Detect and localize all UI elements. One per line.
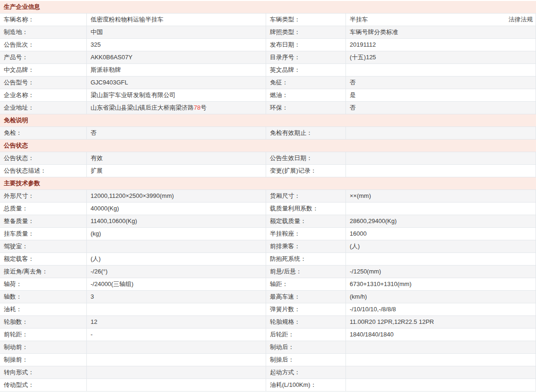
field-value: 325: [87, 39, 266, 51]
field-value: 否: [346, 77, 536, 89]
field-label: 额定载质量：: [266, 215, 346, 227]
field-label: 额定载客：: [0, 253, 87, 265]
table-row: 轮胎数：12轮胎规格：11.00R20 12PR,12R22.5 12PR: [0, 316, 536, 329]
laws-regulations-link[interactable]: 法律法规: [508, 14, 533, 26]
field-value: 1840/1840/1840: [346, 329, 536, 341]
field-value: 20191112: [346, 39, 536, 51]
field-value: 否: [346, 102, 536, 114]
table-row: 制动前：制动后：: [0, 341, 536, 354]
field-value: 12: [87, 316, 266, 328]
table-row: 中文品牌：斯派菲勒牌英文品牌：: [0, 64, 536, 77]
field-label: 轴荷：: [0, 278, 87, 290]
field-value: 扩展: [87, 165, 266, 177]
field-value: [346, 64, 536, 76]
table-row: 公告型号：GJC9403GFL免征：否: [0, 77, 536, 89]
field-label: 车辆名称：: [0, 14, 87, 26]
value-text: 否: [350, 79, 356, 86]
field-value: 中国: [87, 26, 266, 38]
field-label: 后轮距：: [266, 329, 346, 341]
table-row: 整备质量：11400,10600(Kg)额定载质量：28600,29400(Kg…: [0, 215, 536, 228]
section: 公告状态公告状态：有效公告生效日期：公告状态描述：扩展变更(扩展)记录：: [0, 140, 536, 177]
field-value: [346, 152, 536, 164]
field-label: 前轮距：: [0, 329, 87, 341]
field-value: 否: [87, 127, 266, 139]
field-label: 传动型式：: [0, 379, 87, 391]
field-value: 12000,11200×2500×3990(mm): [87, 190, 266, 202]
field-label: 接近角/离去角：: [0, 266, 87, 278]
field-label: 企业名称：: [0, 89, 87, 101]
field-value: 山东省梁山县梁山镇后庄大桥南梁济路78号: [87, 102, 266, 114]
table-row: 轴数：3最高车速：(km/h): [0, 291, 536, 303]
field-value: 梁山新宇车业研发制造有限公司: [87, 89, 266, 101]
field-label: 制动后：: [266, 341, 346, 353]
field-value: 半挂车法律法规: [346, 14, 536, 26]
field-value: -/24000(三轴组): [87, 278, 266, 290]
table-row: 公告批次：325发布日期：20191112: [0, 39, 536, 51]
field-label: 前悬/后悬：: [266, 266, 346, 278]
table-row: 总质量：40000(Kg)载质量利用系数：: [0, 203, 536, 215]
table-row: 挂车质量：(kg)半挂鞍座：16000: [0, 228, 536, 240]
field-value: -/26(°): [87, 266, 266, 278]
field-label: 轮胎数：: [0, 316, 87, 328]
field-label: 企业地址：: [0, 102, 87, 114]
table-row: 前轮距：-后轮距：1840/1840/1840: [0, 329, 536, 341]
field-value: [346, 354, 536, 366]
field-label: 载质量利用系数：: [266, 203, 346, 215]
field-value: [87, 303, 266, 315]
field-label: 防抱死系统：: [266, 253, 346, 265]
field-value: [346, 253, 536, 265]
field-value: 11.00R20 12PR,12R22.5 12PR: [346, 316, 536, 328]
field-value: 16000: [346, 228, 536, 240]
section-title: 生产企业信息: [0, 1, 536, 14]
section: 生产企业信息车辆名称：低密度粉粒物料运输半挂车车辆类型：半挂车法律法规制造地：中…: [0, 1, 536, 114]
table-row: 免检：否免检有效期止：: [0, 127, 536, 140]
field-label: 整备质量：: [0, 215, 87, 227]
field-value: [87, 354, 266, 366]
field-value: 斯派菲勒牌: [87, 64, 266, 76]
field-value: 28600,29400(Kg): [346, 215, 536, 227]
value-text: -/1250(mm): [350, 268, 381, 275]
field-value: [87, 240, 266, 252]
field-label: 弹簧片数：: [266, 303, 346, 315]
field-value: 11400,10600(Kg): [87, 215, 266, 227]
value-text: 11.00R20 12PR,12R22.5 12PR: [350, 318, 434, 325]
field-label: 制操前：: [0, 354, 87, 366]
field-label: 免征：: [266, 77, 346, 89]
field-value: 40000(Kg): [87, 203, 266, 215]
table-row: 转向形式：起动方式：: [0, 366, 536, 379]
field-label: 半挂鞍座：: [266, 228, 346, 240]
field-label: 公告状态：: [0, 152, 87, 164]
field-label: 燃油：: [266, 89, 346, 101]
field-label: 总质量：: [0, 203, 87, 215]
field-label: 公告状态描述：: [0, 165, 87, 177]
field-label: 前排乘客：: [266, 240, 346, 252]
table-row: 制造地：中国牌照类型：车辆号牌分类标准: [0, 26, 536, 39]
field-value: [346, 127, 536, 139]
highlighted-text: 78: [194, 104, 200, 111]
field-value: (人): [87, 253, 266, 265]
table-row: 额定载客：(人)防抱死系统：: [0, 253, 536, 266]
value-text: 28600,29400(Kg): [350, 217, 396, 224]
field-value: -/10/10/10,-/8/8/8: [346, 303, 536, 315]
value-text: -/10/10/10,-/8/8/8: [350, 306, 396, 313]
field-label: 产品号：: [0, 51, 87, 63]
field-value: 3: [87, 291, 266, 303]
field-label: 牌照类型：: [266, 26, 346, 38]
field-label: 公告批次：: [0, 39, 87, 51]
field-label: 车辆类型：: [266, 14, 346, 26]
field-value: 车辆号牌分类标准: [346, 26, 536, 38]
field-label: 轴距：: [266, 278, 346, 290]
field-value: -: [87, 329, 266, 341]
value-text: 号: [200, 104, 206, 111]
field-value: [346, 341, 536, 353]
vehicle-info-table: 生产企业信息车辆名称：低密度粉粒物料运输半挂车车辆类型：半挂车法律法规制造地：中…: [0, 1, 536, 392]
field-label: 免检：: [0, 127, 87, 139]
field-label: 货厢尺寸：: [266, 190, 346, 202]
value-text: 否: [350, 104, 356, 111]
table-row: 驾驶室：前排乘客：(人): [0, 240, 536, 253]
value-text: ××(mm): [350, 192, 371, 199]
field-label: 轮胎规格：: [266, 316, 346, 328]
table-row: 车辆名称：低密度粉粒物料运输半挂车车辆类型：半挂车法律法规: [0, 14, 536, 26]
table-row: 传动型式：油耗(L/100Km)：: [0, 379, 536, 392]
section: 主要技术参数外形尺寸：12000,11200×2500×3990(mm)货厢尺寸…: [0, 177, 536, 392]
